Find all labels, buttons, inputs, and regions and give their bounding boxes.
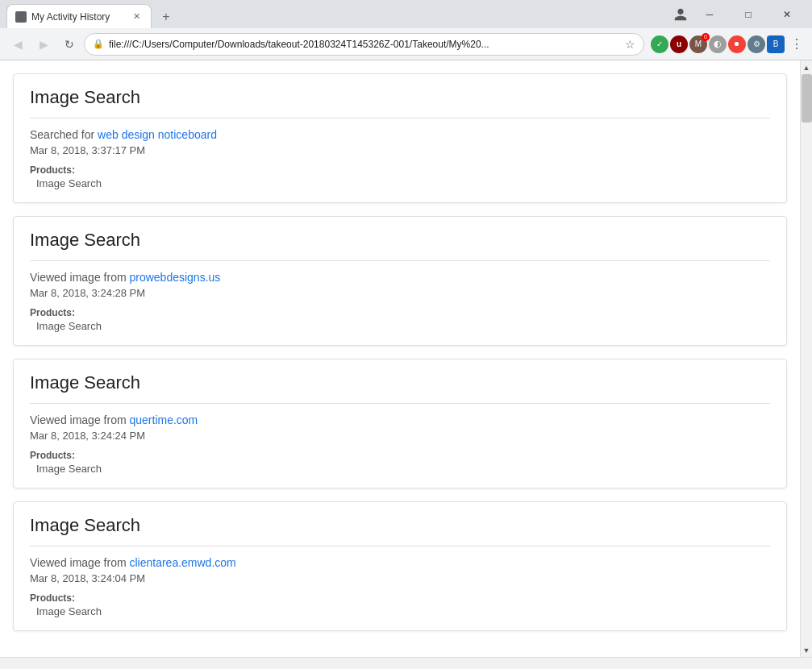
card-title: Image Search [30, 372, 770, 404]
reload-button[interactable]: ↻ [58, 33, 81, 56]
tab-title: My Activity History [31, 11, 125, 23]
scrollbar-thumb-area [801, 74, 812, 643]
card-time: Mar 8, 2018, 3:37:17 PM [30, 144, 770, 156]
card-action-link[interactable]: quertime.com [129, 413, 198, 426]
horizontal-scrollbar[interactable] [0, 657, 812, 669]
scroll-up-arrow[interactable]: ▲ [801, 60, 813, 74]
address-bar[interactable]: 🔒 file:///C:/Users/Computer/Downloads/ta… [84, 33, 644, 56]
card-products-label: Products: [30, 164, 770, 176]
card-action: Viewed image from quertime.com [30, 413, 770, 426]
bookmark-star-icon[interactable]: ☆ [625, 38, 635, 51]
extension-icon-7[interactable]: B [767, 35, 785, 53]
card-products-label: Products: [30, 307, 770, 318]
extension-icon-1[interactable]: ✓ [651, 35, 668, 53]
chrome-window: My Activity History ✕ + ─ □ ✕ ◀ ▶ ↻ 🔒 fi… [0, 0, 812, 669]
card-title: Image Search [30, 230, 770, 261]
card-action: Viewed image from clientarea.emwd.com [30, 556, 770, 569]
extension-icons: ✓ u M0 ◐ ⏺ ⚙ B [651, 35, 785, 53]
card-action-link[interactable]: clientarea.emwd.com [129, 556, 235, 569]
navigation-bar: ◀ ▶ ↻ 🔒 file:///C:/Users/Computer/Downlo… [0, 28, 812, 60]
card-products-value: Image Search [30, 177, 770, 189]
card-time: Mar 8, 2018, 3:24:04 PM [30, 572, 770, 584]
card-action-link[interactable]: web design noticeboard [98, 128, 217, 141]
activity-card: Image Search Viewed image from prowebdes… [13, 216, 787, 346]
page-content: Image Search Searched for web design not… [0, 60, 800, 657]
card-title: Image Search [30, 515, 770, 546]
scrollbar-thumb[interactable] [802, 74, 812, 123]
vertical-scrollbar[interactable]: ▲ ▼ [800, 60, 812, 657]
chrome-menu-button[interactable]: ⋮ [788, 35, 806, 53]
card-products-value: Image Search [30, 605, 770, 617]
account-icon[interactable] [672, 6, 689, 23]
close-button[interactable]: ✕ [768, 2, 806, 27]
lock-icon: 🔒 [93, 39, 104, 49]
tab-close-button[interactable]: ✕ [130, 10, 143, 23]
new-tab-button[interactable]: + [155, 6, 177, 28]
extension-icon-2[interactable]: u [670, 35, 688, 53]
card-action-link[interactable]: prowebdesigns.us [129, 271, 220, 284]
extension-icon-4[interactable]: ◐ [709, 35, 727, 53]
card-title: Image Search [30, 87, 770, 118]
tab-favicon [15, 11, 27, 23]
activity-card: Image Search Searched for web design not… [13, 73, 787, 203]
card-action: Viewed image from prowebdesigns.us [30, 271, 770, 284]
extension-icon-5[interactable]: ⏺ [728, 35, 746, 53]
maximize-button[interactable]: □ [730, 2, 767, 27]
extension-icon-6[interactable]: ⚙ [747, 35, 765, 53]
card-time: Mar 8, 2018, 3:24:24 PM [30, 430, 770, 442]
card-action: Searched for web design noticeboard [30, 128, 770, 141]
window-controls: ─ □ ✕ [672, 2, 806, 27]
active-tab[interactable]: My Activity History ✕ [6, 4, 152, 28]
card-products-value: Image Search [30, 320, 770, 332]
forward-button[interactable]: ▶ [32, 33, 55, 56]
address-text: file:///C:/Users/Computer/Downloads/take… [109, 39, 620, 50]
title-bar: My Activity History ✕ + ─ □ ✕ [0, 0, 812, 28]
activity-card: Image Search Viewed image from quertime.… [13, 359, 787, 488]
tab-area: My Activity History ✕ + [6, 0, 177, 28]
content-area: Image Search Searched for web design not… [0, 60, 812, 657]
card-products-label: Products: [30, 450, 770, 461]
card-products-value: Image Search [30, 463, 770, 475]
card-time: Mar 8, 2018, 3:24:28 PM [30, 287, 770, 299]
extension-icon-3[interactable]: M0 [689, 35, 707, 53]
scroll-down-arrow[interactable]: ▼ [801, 643, 813, 657]
minimize-button[interactable]: ─ [691, 2, 728, 27]
back-button[interactable]: ◀ [6, 33, 29, 56]
activity-card: Image Search Viewed image from clientare… [13, 501, 787, 631]
card-products-label: Products: [30, 592, 770, 604]
